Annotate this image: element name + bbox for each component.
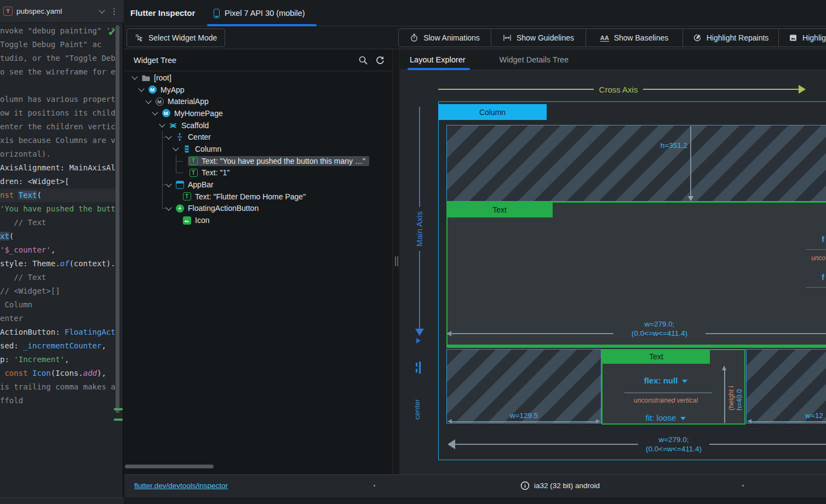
fab-icon: + <box>175 204 184 213</box>
width-measure-line <box>751 421 826 422</box>
widget-tree-body: [root] MMyApp MMaterialApp MMyHomePage S… <box>124 72 392 461</box>
tree-node-root[interactable]: [root] <box>124 72 392 84</box>
height-measure-line <box>690 126 691 197</box>
alignment-dropdown-chevron[interactable] <box>416 338 421 343</box>
widget-tree-header: Widget Tree <box>124 49 392 71</box>
active-tab-underline <box>408 68 470 70</box>
cross-axis-arrow[interactable]: Cross Axis <box>438 85 806 94</box>
widget-class-icon: M <box>148 85 157 94</box>
code-line: AxisAlignment: MainAxisAl <box>0 161 116 175</box>
select-widget-mode-button[interactable]: Select Widget Mode <box>127 28 225 47</box>
scaffold-icon <box>169 121 177 130</box>
tree-node-myhomepage[interactable]: MMyHomePage <box>124 107 392 119</box>
tree-node-materialapp[interactable]: MMaterialApp <box>124 95 392 107</box>
tab-widget-details-tree[interactable]: Widget Details Tree <box>490 49 579 70</box>
highlight-repaints-button[interactable]: Highlight Repaints <box>682 29 778 47</box>
code-line <box>0 79 116 93</box>
guidelines-icon <box>503 33 512 42</box>
code-line: // Text <box>0 271 116 284</box>
bottom-strip <box>124 497 826 504</box>
width-measure-line <box>455 444 638 445</box>
code-line: nst Text( <box>0 188 116 202</box>
code-line: orizontal). <box>0 147 116 161</box>
expand-chevron-icon[interactable] <box>165 133 171 139</box>
file-name: pubspec.yaml <box>16 7 96 15</box>
chevron-down-icon[interactable] <box>99 7 105 13</box>
text2-height-note-label: (height i <box>727 373 736 424</box>
runtime-info-label: ia32 (32 bit) android <box>534 482 600 490</box>
code-line: ow it positions its child <box>0 106 116 120</box>
tree-node-icon[interactable]: Icon <box>124 214 392 226</box>
text1-widget-header[interactable]: Text <box>446 202 553 217</box>
tree-node-myapp[interactable]: MMyApp <box>124 84 392 96</box>
status-bar <box>124 474 826 497</box>
clipped-flex-label[interactable]: f <box>822 234 824 244</box>
show-guidelines-button[interactable]: Show Guidelines <box>491 29 586 47</box>
chevron-down-icon <box>680 417 686 420</box>
tree-connector <box>162 131 163 208</box>
arrow-down-icon <box>688 196 693 201</box>
expand-chevron-icon[interactable] <box>165 204 171 210</box>
code-editor-pane: Y pubspec.yaml ⋮ nvoke "debug painting" … <box>0 0 124 504</box>
separator-dot <box>742 485 744 486</box>
selected-tree-node[interactable]: TText: "You have pushed the button this … <box>188 156 369 166</box>
widget-class-icon: M <box>162 109 170 118</box>
show-baselines-button[interactable]: AA Show Baselines <box>586 29 682 47</box>
arrow-down-icon <box>415 329 424 336</box>
expand-chevron-icon[interactable] <box>138 85 144 91</box>
main-axis-arrow[interactable]: Main Axis <box>415 107 425 336</box>
text1-width-label: w=279.0;(0.0<=w<=411.4) <box>613 319 705 339</box>
panel-splitter[interactable] <box>392 49 399 474</box>
expand-chevron-icon[interactable] <box>159 121 165 127</box>
column-free-space-top <box>446 125 826 202</box>
code-line: nvoke "debug painting" '" <box>0 24 116 38</box>
expand-chevron-icon[interactable] <box>165 181 171 187</box>
text2-widget-header[interactable]: Text <box>603 349 710 364</box>
main-axis-alignment-icon[interactable] <box>414 360 425 375</box>
arrow-right-icon <box>799 85 806 94</box>
expand-chevron-icon[interactable] <box>152 110 158 116</box>
expand-chevron-icon[interactable] <box>173 145 179 151</box>
info-icon <box>520 481 530 490</box>
folder-icon <box>141 73 150 82</box>
highlight-oversized-images-button[interactable]: Highlig <box>778 29 826 47</box>
splitter-handle[interactable] <box>395 256 396 266</box>
width-measure-line <box>451 421 597 422</box>
column-widget-header[interactable]: Column <box>438 104 547 120</box>
tree-node-text-title[interactable]: TText: "Flutter Demo Home Page" <box>124 191 392 203</box>
code-line: 'You have pushed the butt <box>0 202 116 216</box>
tree-node-text-counter-value[interactable]: TText: "1" <box>124 167 392 179</box>
flutter-devtools-window: Y pubspec.yaml ⋮ nvoke "debug painting" … <box>0 0 826 504</box>
code-line: olumn has various propert <box>0 93 116 106</box>
main-axis-label: Main Axis <box>415 208 425 250</box>
tab-layout-explorer[interactable]: Layout Explorer <box>400 49 475 70</box>
code-line: Column <box>0 298 116 312</box>
width-measure-line <box>709 444 826 445</box>
tab-device[interactable]: Pixel 7 API 30 (mobile) <box>207 0 312 26</box>
phone-icon <box>214 9 220 18</box>
editor-vertical-scrollbar[interactable] <box>116 25 119 413</box>
code-line: enter <box>0 312 116 325</box>
kebab-menu-icon[interactable]: ⋮ <box>108 7 121 16</box>
clipped-fit-label[interactable]: f <box>822 272 824 282</box>
tree-node-scaffold[interactable]: Scaffold <box>124 119 392 131</box>
tree-horizontal-scrollbar[interactable] <box>125 465 392 469</box>
code-area[interactable]: nvoke "debug painting" '" Toggle Debug P… <box>0 24 116 408</box>
height-measure-line <box>724 370 725 423</box>
clipped-unconstrained-label: unco <box>811 254 825 262</box>
devtools-docs-link[interactable]: flutter.dev/devtools/inspector <box>134 482 228 490</box>
alignment-value-label[interactable]: center <box>413 392 423 426</box>
refresh-icon[interactable] <box>375 55 385 65</box>
flex-dropdown[interactable]: flex: null <box>601 376 730 385</box>
slow-animations-button[interactable]: Slow Animations <box>399 29 491 47</box>
tree-node-text-counter-label[interactable]: TText: "You have pushed the button this … <box>124 155 392 167</box>
splitter-handle[interactable] <box>397 256 398 266</box>
active-tab-underline <box>207 24 317 26</box>
expand-chevron-icon[interactable] <box>131 74 137 80</box>
search-icon[interactable] <box>358 55 368 65</box>
expand-chevron-icon[interactable] <box>145 98 151 104</box>
file-tab-bar[interactable]: Y pubspec.yaml ⋮ <box>0 0 124 23</box>
editor-bottom-strip <box>0 497 124 504</box>
fit-dropdown[interactable]: fit: loose <box>601 413 730 422</box>
tree-node-column[interactable]: Column <box>124 143 392 155</box>
